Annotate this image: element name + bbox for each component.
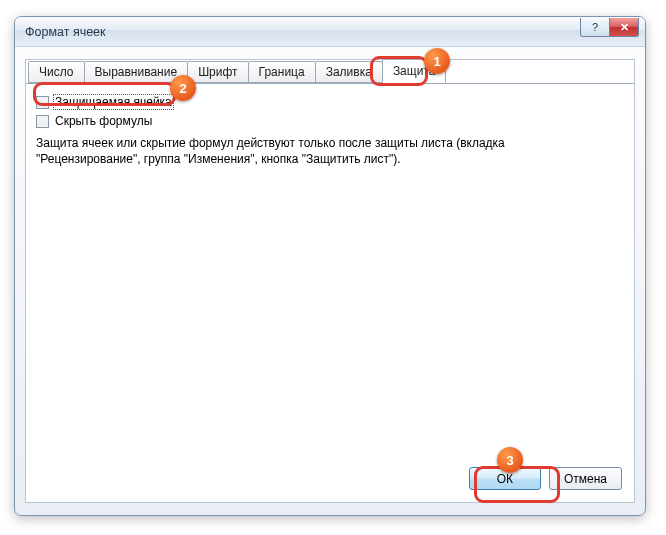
cancel-button[interactable]: Отмена [549,467,622,490]
help-icon: ? [592,21,598,33]
dialog-buttons: ОК Отмена [469,467,622,490]
tab-label: Защита [393,64,436,78]
window-title: Формат ячеек [25,25,106,39]
ok-button-label: ОК [497,472,513,486]
ok-button[interactable]: ОК [469,467,541,490]
format-cells-dialog: Формат ячеек ? ✕ Число Выравнивание Шриф… [14,16,646,516]
dialog-content: Число Выравнивание Шрифт Граница Заливка… [25,59,635,503]
close-button[interactable]: ✕ [609,18,639,37]
checkbox-row-hidden[interactable]: Скрыть формулы [36,113,624,129]
tab-label: Шрифт [198,65,237,79]
tab-border[interactable]: Граница [248,61,316,83]
tab-protection[interactable]: Защита [382,59,447,83]
titlebar[interactable]: Формат ячеек ? ✕ [15,17,645,47]
tab-label: Выравнивание [95,65,178,79]
tab-label: Граница [259,65,305,79]
tab-label: Заливка [326,65,372,79]
tab-alignment[interactable]: Выравнивание [84,61,189,83]
checkbox-row-locked[interactable]: Защищаемая ячейка [36,94,624,110]
protection-info-text: Защита ячеек или скрытие формул действую… [36,135,606,167]
cancel-button-label: Отмена [564,472,607,486]
titlebar-buttons: ? ✕ [580,18,639,37]
help-button[interactable]: ? [580,18,610,37]
tab-pane-protection: Защищаемая ячейка Скрыть формулы Защита … [26,83,634,502]
tab-strip: Число Выравнивание Шрифт Граница Заливка… [26,59,634,83]
tab-number[interactable]: Число [28,61,85,83]
tab-font[interactable]: Шрифт [187,61,248,83]
tab-label: Число [39,65,74,79]
checkbox-hidden-label: Скрыть формулы [53,113,154,129]
checkbox-locked-box[interactable] [36,96,49,109]
checkbox-hidden-box[interactable] [36,115,49,128]
close-icon: ✕ [620,21,629,34]
tab-fill[interactable]: Заливка [315,61,383,83]
checkbox-locked-label: Защищаемая ячейка [53,94,174,110]
